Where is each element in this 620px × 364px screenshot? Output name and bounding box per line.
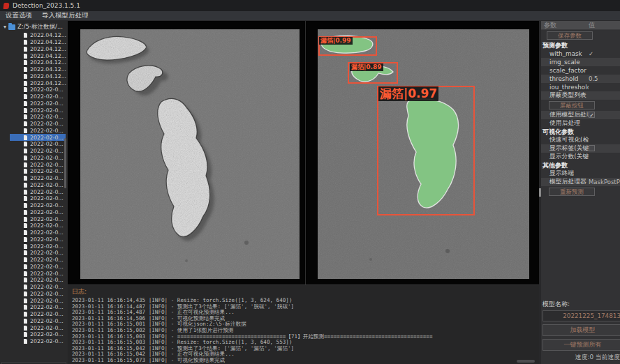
tree-item[interactable]: 2022-02-0... [10, 236, 66, 243]
tree-item[interactable]: 2022-02-0... [10, 141, 66, 148]
param-section-title: 其他参数 [541, 161, 620, 169]
tree-item[interactable]: 2022.04.12... [10, 39, 66, 46]
tree-item[interactable]: 2022-02-0... [10, 304, 66, 311]
tree-item[interactable]: 2022-02-0... [10, 202, 66, 209]
tree-item[interactable]: 2022-02-0... [10, 229, 66, 236]
tree-item[interactable]: 2022-02-0... [10, 128, 66, 135]
tree-item[interactable]: 2022-02-0... [10, 338, 66, 345]
image-viewer: 漏箔|0.99 漏箔|0.89 漏箔|0.97 [68, 21, 539, 285]
param-row[interactable]: threshold0.5 [541, 75, 620, 83]
param-row[interactable]: 显示标签(关键点) [541, 144, 620, 153]
tree-item-label: 2022-02-0... [30, 114, 64, 120]
tree-item[interactable]: 2022-02-0... [10, 291, 66, 298]
param-row[interactable]: 显示终端 [541, 169, 620, 178]
tree-item[interactable]: 2022-02-0... [10, 222, 66, 229]
tree-item[interactable]: 2022.04.12... [10, 46, 66, 53]
model-name-field[interactable]: 20221225_174813 [542, 310, 620, 321]
param-row[interactable]: 使用模型后处理✓ [541, 111, 620, 119]
tree-item[interactable]: 2022-02-0... [10, 297, 66, 304]
menu-settings[interactable]: 设置选项 [6, 11, 32, 20]
param-row[interactable]: 快速可视化(检测) [541, 136, 620, 144]
tree-item[interactable]: 2022-02-0... [10, 250, 66, 257]
file-icon [24, 305, 27, 310]
tree-item[interactable]: 2022-02-0... [10, 324, 66, 331]
tree-item[interactable]: 2022.04.12... [10, 32, 66, 39]
tree-item[interactable]: 2022-02-0... [10, 93, 66, 100]
tree-item-label: 2022.04.12... [30, 80, 66, 86]
file-icon [24, 142, 27, 146]
param-row[interactable]: 使用后处理 [541, 119, 620, 128]
tree-scrollbar[interactable] [64, 138, 66, 188]
tree-item[interactable]: 2022-02-0... [10, 107, 66, 114]
tree-item[interactable]: 2022.04.12... [10, 59, 66, 66]
menu-bar: 设置选项 导入模型后处理 [0, 11, 620, 21]
menu-import-postprocess[interactable]: 导入模型后处理 [42, 11, 89, 20]
tree-item[interactable]: 2022-02-0... [10, 134, 66, 141]
tree-item[interactable]: 2022-02-0... [10, 264, 66, 271]
tree-item[interactable]: 2022.04.12... [10, 79, 66, 86]
file-icon [24, 135, 27, 140]
file-icon [24, 237, 27, 242]
tree-item-label: 2022-02-0... [30, 318, 64, 324]
tree-item[interactable]: 2022-02-0... [10, 215, 66, 222]
predict-all-button[interactable]: 一键预测所有 [542, 339, 620, 351]
load-model-button[interactable]: 加载模型 [542, 324, 620, 336]
tree-item[interactable]: 2022.04.12... [10, 66, 66, 73]
tree-item-label: 2022-02-0... [30, 107, 64, 114]
file-icon [24, 87, 27, 92]
tree-item[interactable]: 2022-02-0... [10, 277, 66, 284]
log-panel: 日志: 2023-01-11 16:16:14,435 |INFO| - Res… [68, 285, 539, 364]
tree-root[interactable]: ▾ Z:/5-标注数据/... [0, 21, 68, 33]
param-row[interactable]: 屏蔽类型列表 [541, 91, 620, 100]
tree-item[interactable]: 2022-02-0... [10, 86, 66, 93]
param-row[interactable]: iou_threshold [541, 83, 620, 91]
param-row[interactable]: with_mask✓ [541, 50, 620, 58]
param-name: 显示终端 [541, 169, 589, 178]
tree-item[interactable]: 2022-02-0... [10, 243, 66, 250]
tree-item[interactable]: 2022-02-0... [10, 148, 66, 155]
original-image[interactable] [80, 29, 300, 279]
param-value: MaskPostPro [589, 179, 620, 185]
tree-item[interactable]: 2022-02-0... [10, 311, 66, 318]
save-params-button[interactable]: 保存参数 [547, 31, 593, 40]
tree-item-label: 2022-02-0... [30, 229, 64, 236]
tree-item[interactable]: 2022.04.12... [10, 73, 66, 80]
tree-item-label: 2022-02-0... [30, 195, 64, 202]
tree-item-label: 2022-02-0... [30, 243, 64, 250]
param-row[interactable]: scale_factor [541, 66, 620, 75]
tree-item[interactable]: 2022-02-0... [10, 257, 66, 264]
tree-item[interactable]: 2022-02-0... [10, 331, 66, 338]
param-checkbox[interactable]: ✓ [589, 112, 595, 118]
chevron-down-icon[interactable]: ▾ [3, 24, 6, 30]
tree-item[interactable]: 2022-02-0... [10, 155, 66, 162]
log-lines[interactable]: 2023-01-11 16:16:14,435 |INFO| - Resize:… [68, 298, 539, 364]
tree-item[interactable]: 2022-02-0... [10, 318, 66, 325]
param-checkbox[interactable] [589, 145, 595, 151]
tree-item[interactable]: 2022-02-0... [10, 168, 66, 175]
param-button[interactable]: 重新预测 [549, 188, 595, 196]
param-button[interactable]: 屏蔽按钮 [549, 101, 595, 109]
prediction-image[interactable]: 漏箔|0.99 漏箔|0.89 漏箔|0.97 [318, 29, 529, 279]
tree-item[interactable]: 2022-02-0... [10, 100, 66, 107]
params-header-value: 值 [589, 21, 620, 30]
file-icon [24, 156, 27, 160]
tree-item[interactable]: 2022-02-0... [10, 188, 66, 195]
tree-item[interactable]: 2022-02-0... [10, 195, 66, 202]
tree-item[interactable]: 2022-02-0... [10, 175, 66, 182]
param-row[interactable]: img_scale [541, 58, 620, 66]
param-row[interactable]: 模型后处理器MaskPostPro [541, 178, 620, 186]
log-horizontal-scrollbar[interactable] [517, 360, 535, 363]
tree-item-label: 2022-02-0... [30, 93, 64, 100]
tree-item[interactable]: 2022-02-0... [10, 284, 66, 291]
tree-item[interactable]: 2022-02-0... [10, 114, 66, 121]
tree-item[interactable]: 2022-02-0... [10, 209, 66, 216]
tree-item[interactable]: 2022.04.12... [10, 52, 66, 59]
param-row[interactable]: 显示分数(关键点) [541, 153, 620, 161]
tree-item[interactable]: 2022-02-0... [10, 121, 66, 128]
tree-item-label: 2022-02-0... [30, 121, 64, 127]
file-icon [24, 190, 27, 195]
tree-item[interactable]: 2022-02-0... [10, 182, 66, 189]
detection-label: 漏箔|0.89 [350, 63, 383, 71]
tree-item[interactable]: 2022-02-0... [10, 161, 66, 168]
tree-item[interactable]: 2022-02-0... [10, 270, 66, 277]
